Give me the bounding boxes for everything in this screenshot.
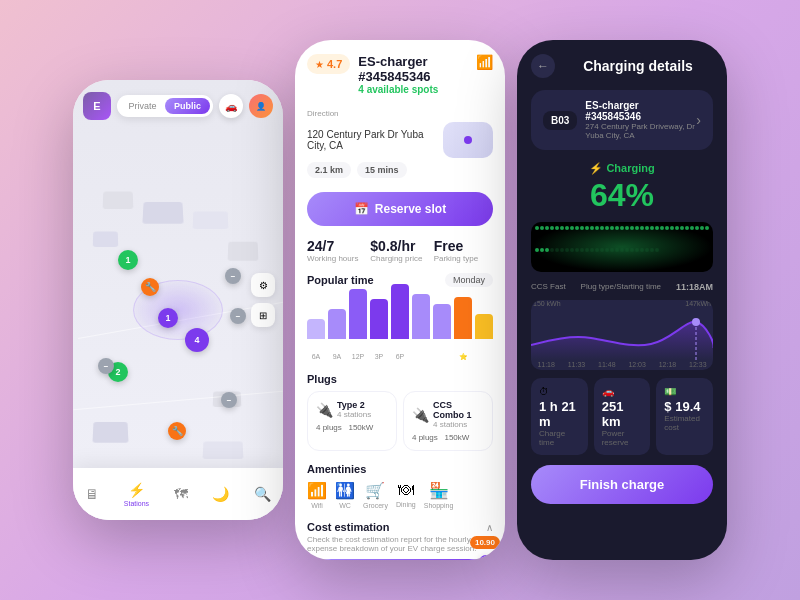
battery-particle [640,226,644,230]
charger-content: ★ 4.7 ES-charger #345845346 4 available … [295,40,505,560]
wifi-label: Wifi [311,502,323,509]
distance-badge: 2.1 km [307,162,351,178]
nav-search[interactable]: 🔍 [254,486,271,502]
battery-particles [531,222,713,272]
charger-card-left: B03 ES-charger #345845346 274 Century Pa… [543,100,696,140]
charging-label: ⚡ Charging [531,162,713,175]
cost-title: Cost estimation [307,521,390,533]
battery-particle [620,248,624,252]
amenity-dining: 🍽 Dining [396,481,416,509]
battery-particle [635,248,639,252]
reserve-label: Reserve slot [375,202,446,216]
battery-particle [650,226,654,230]
cost-badge: 10.90 [470,536,500,549]
bar-8 [475,314,493,339]
bar-chart-labels: 6A 9A 12P 3P 6P ⭐ [307,353,493,361]
nav-night[interactable]: 🌙 [212,486,229,502]
plugs-grid: 🔌 Type 2 4 stations 4 plugs 150kW 🔌 [307,391,493,451]
map-marker-orange-1[interactable]: 🔧 [141,278,159,296]
amenity-grocery: 🛒 Grocery [363,481,388,509]
wc-label: WC [339,502,351,509]
finish-charge-button[interactable]: Finish charge [531,465,713,504]
nav-map[interactable]: 🗺 [174,486,188,502]
charge-time-label: Charge time [539,429,580,447]
filter-icon[interactable]: ⚙ [251,273,275,297]
bolt-icon: ⚡ [589,162,603,174]
charging-status-text: Charging [606,162,654,174]
bar-5 [412,294,430,339]
details-content: ← Charging details B03 ES-charger #34584… [517,40,727,560]
amenity-shopping: 🏪 Shopping [424,481,454,509]
plug-card-type2: 🔌 Type 2 4 stations 4 plugs 150kW [307,391,397,451]
calendar-icon: 📅 [354,202,369,216]
charger-spots: 4 available spots [358,84,468,95]
battery-particle [690,226,694,230]
charger-card-name: ES-charger #345845346 [585,100,696,122]
stations-icon: ⚡ [128,482,145,498]
user-avatar[interactable]: 👤 [249,94,273,118]
stat-card-estimated-cost: 💵 $ 19.4 Estimated cost [656,378,713,455]
battery-particle [540,248,544,252]
plug-stations-1: 4 stations [337,410,371,419]
battery-particle [550,226,554,230]
graph-label-1: 11:33 [568,361,586,368]
bar-label-6p: 6P [391,353,409,361]
map-marker-orange-2[interactable]: 🔧 [168,422,186,440]
battery-particle [605,248,609,252]
working-hours-label: Working hours [307,254,366,263]
graph-labels: 11:18 11:33 11:48 12:03 12:18 12:33 [531,361,713,368]
details-title: Charging details [563,58,713,74]
back-button[interactable]: ← [531,54,555,78]
graph-label-4: 12:18 [659,361,677,368]
bottom-navigation: 🖥 ⚡ Stations 🗺 🌙 🔍 [73,468,283,520]
cost-header: Cost estimation ∧ [307,521,493,533]
parking-type-value: Free [434,238,493,254]
charger-type: CCS Fast [531,282,566,292]
chevron-up-icon[interactable]: ∧ [486,522,493,533]
parking-type-label: Parking type [434,254,493,263]
reserve-button[interactable]: 📅 Reserve slot [307,192,493,226]
graph-svg [531,300,713,370]
battery-particle [670,226,674,230]
plug-name-2: CCS Combo 1 [433,400,484,420]
rating-value: 4.7 [327,58,342,70]
map-toggle[interactable]: Private Public [117,95,213,117]
nav-home[interactable]: 🖥 [85,486,99,502]
battery-particle [655,226,659,230]
battery-particle [630,248,634,252]
amenity-wifi: 📶 Wifi [307,481,327,509]
toggle-public[interactable]: Public [165,98,210,114]
plug-type-label: Plug type/Starting time [581,282,661,292]
nav-stations[interactable]: ⚡ Stations [124,482,149,507]
charger-card-arrow-icon[interactable]: › [696,112,701,128]
bar-label-12p: 12P [349,353,367,361]
charger-name: ES-charger #345845346 [358,54,468,84]
bar-label-empty-4 [475,353,493,361]
bar-label-6a: 6A [307,353,325,361]
map-marker-1[interactable]: 1 [118,250,138,270]
plug-icon-2: 🔌 [412,407,429,423]
battery-particle [625,248,629,252]
plug-card-ccs: 🔌 CCS Combo 1 4 stations 4 plugs 150kW [403,391,493,451]
battery-particle [550,248,554,252]
map-marker-4[interactable]: 4 [185,328,209,352]
battery-particle [570,226,574,230]
battery-particle [555,248,559,252]
cost-slider-thumb[interactable]: 10.90 [479,555,493,560]
battery-particle [565,226,569,230]
shopping-icon: 🏪 [429,481,449,500]
layers-icon[interactable]: ⊞ [251,303,275,327]
battery-particle [650,248,654,252]
search-icon: 🔍 [254,486,271,502]
map-thumbnail[interactable] [443,122,493,158]
cost-section: Cost estimation ∧ Check the cost estimat… [295,515,505,560]
phone-charging-details: ← Charging details B03 ES-charger #34584… [517,40,727,560]
phone-map: 1 🔧 1 2 4 🔧 − − − − E [73,80,283,520]
stats-grid: ⏱ 1 h 21 m Charge time 🚗 251 km Power re… [531,378,713,455]
toggle-private[interactable]: Private [120,98,165,114]
grocery-icon: 🛒 [365,481,385,500]
charger-badge: B03 [543,111,577,130]
map-marker-2[interactable]: 1 [158,308,178,328]
estimated-cost-value: $ 19.4 [664,399,705,414]
battery-particle [600,248,604,252]
